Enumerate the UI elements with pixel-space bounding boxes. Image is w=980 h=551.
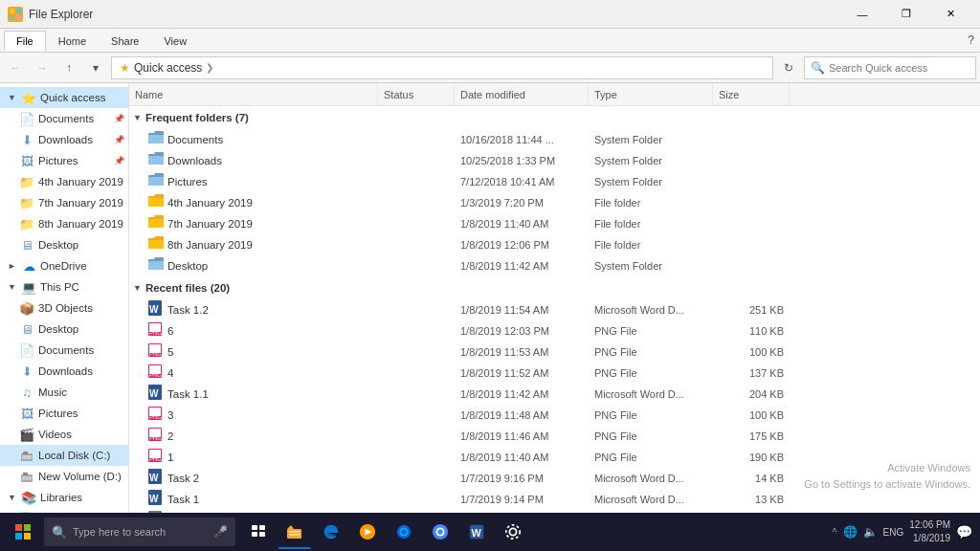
taskbar: 🔍 Type here to search 🎤	[0, 513, 980, 551]
sidebar-item-3dobjects[interactable]: 📦 3D Objects	[0, 298, 128, 319]
back-button[interactable]: ←	[4, 56, 27, 79]
sidebar-item-videos[interactable]: 🎬 Videos	[0, 424, 128, 445]
tab-share[interactable]: Share	[99, 31, 151, 52]
svg-text:PNG: PNG	[149, 414, 162, 420]
word-taskbar-button[interactable]: W	[459, 515, 494, 549]
taskbar-search[interactable]: 🔍 Type here to search 🎤	[44, 518, 235, 546]
table-row[interactable]: PNG 5 1/8/2019 11:53 AM PNG File 100 KB	[129, 342, 980, 363]
sidebar-item-pictures-pc[interactable]: 🖼 Pictures	[0, 403, 128, 424]
taskbar-up-arrow[interactable]: ^	[833, 527, 837, 538]
sidebar-item-jan8[interactable]: 📁 8th January 2019	[0, 213, 128, 234]
edge-taskbar-button[interactable]	[314, 515, 348, 549]
start-button[interactable]	[4, 515, 42, 549]
table-row[interactable]: PNG 6 1/8/2019 12:03 PM PNG File 110 KB	[129, 320, 980, 342]
taskbar-search-text: Type here to search	[73, 526, 166, 538]
sidebar-item-documents-pc[interactable]: 📄 Documents	[0, 340, 128, 361]
onedrive-chevron-icon: ►	[8, 261, 17, 271]
thispc-chevron-icon: ▼	[8, 282, 17, 292]
search-icon: 🔍	[811, 61, 825, 75]
file-icon	[148, 215, 164, 231]
svg-text:W: W	[149, 388, 159, 399]
recent-chevron-icon: ▼	[133, 283, 142, 293]
sidebar-item-newd[interactable]: New Volume (D:)	[0, 466, 128, 487]
sidebar-item-pictures[interactable]: 🖼 Pictures 📌	[0, 150, 128, 171]
restore-button[interactable]: ❐	[884, 0, 928, 29]
svg-text:W: W	[149, 494, 159, 504]
taskbar-clock[interactable]: 12:06 PM 1/8/2019	[909, 518, 950, 545]
table-row[interactable]: 7th January 2019 1/8/2019 11:40 AM File …	[129, 213, 980, 234]
sidebar-item-thispc[interactable]: ▼ 💻 This PC	[0, 276, 128, 298]
col-header-size[interactable]: Size	[713, 83, 790, 105]
ribbon: File Home Share View ?	[0, 29, 980, 53]
help-icon[interactable]: ?	[968, 33, 974, 47]
firefox-taskbar-button[interactable]	[387, 515, 421, 549]
table-row[interactable]: PNG 1 1/8/2019 11:40 AM PNG File 190 KB	[129, 447, 980, 468]
sidebar-item-onedrive[interactable]: ► ☁ OneDrive	[0, 255, 128, 276]
sidebar-item-music[interactable]: ♫ Music	[0, 382, 128, 403]
col-header-name[interactable]: Name	[129, 83, 378, 105]
taskbar-network-icon[interactable]: 🌐	[843, 525, 858, 539]
settings-taskbar-button[interactable]	[496, 515, 530, 549]
table-row[interactable]: W Task 1.2 1/8/2019 11:54 AM Microsoft W…	[129, 299, 980, 320]
taskview-button[interactable]	[241, 515, 276, 549]
table-row[interactable]: 8th January 2019 1/8/2019 12:06 PM File …	[129, 234, 980, 255]
search-input[interactable]	[829, 62, 969, 74]
search-box[interactable]: 🔍	[804, 56, 976, 79]
sidebar-item-downloads[interactable]: ⬇ Downloads 📌	[0, 129, 128, 150]
notifications-icon[interactable]: 💬	[956, 524, 972, 540]
table-row[interactable]: PNG 2 1/8/2019 11:46 AM PNG File 175 KB	[129, 426, 980, 447]
svg-rect-71	[289, 531, 300, 533]
file-date: 10/25/2018 1:33 PM	[455, 155, 589, 166]
file-name: 1	[167, 452, 173, 463]
file-icon	[148, 194, 164, 210]
table-row[interactable]: Pictures 7/12/2018 10:41 AM System Folde…	[129, 171, 980, 192]
recent-locations-button[interactable]: ▾	[84, 56, 107, 79]
col-header-date[interactable]: Date modified	[455, 83, 589, 105]
folder-jan8-icon: 📁	[19, 216, 34, 231]
refresh-button[interactable]: ↻	[777, 56, 800, 79]
file-type: Microsoft Word D...	[589, 304, 713, 316]
tab-home[interactable]: Home	[46, 31, 99, 52]
sidebar-item-libraries[interactable]: ▼ 📚 Libraries	[0, 487, 128, 508]
taskbar-lang[interactable]: ENG	[883, 527, 904, 538]
sidebar-item-desktop-pc[interactable]: 🖥 Desktop	[0, 319, 128, 340]
sidebar-item-localc[interactable]: Local Disk (C:)	[0, 445, 128, 466]
tab-view[interactable]: View	[151, 31, 199, 52]
tab-file[interactable]: File	[4, 31, 46, 52]
col-header-status[interactable]: Status	[378, 83, 455, 105]
table-row[interactable]: 4th January 2019 1/3/2019 7:20 PM File f…	[129, 192, 980, 213]
forward-button[interactable]: →	[31, 56, 54, 79]
section-recent[interactable]: ▼ Recent files (20)	[129, 276, 980, 299]
up-button[interactable]: ↑	[57, 56, 80, 79]
section-frequent[interactable]: ▼ Frequent folders (7)	[129, 106, 980, 129]
table-row[interactable]: Downloads 10/25/2018 1:33 PM System Fold…	[129, 150, 980, 171]
downloads-icon: ⬇	[19, 132, 34, 147]
minimize-button[interactable]: —	[840, 0, 884, 29]
chrome-taskbar-button[interactable]	[423, 515, 457, 549]
sidebar-item-downloads-pc[interactable]: ⬇ Downloads	[0, 361, 128, 382]
sidebar-item-quick-access[interactable]: ▼ ⭐ Quick access	[0, 87, 128, 108]
sidebar-item-documents[interactable]: 📄 Documents 📌	[0, 108, 128, 129]
section-frequent-label: Frequent folders (7)	[145, 112, 249, 123]
table-row[interactable]: W Task 1.1 1/8/2019 11:42 AM Microsoft W…	[129, 384, 980, 405]
col-header-type[interactable]: Type	[589, 83, 713, 105]
table-row[interactable]: W Task 1 1/7/2019 9:14 PM Microsoft Word…	[129, 489, 980, 510]
downloads-pc-icon: ⬇	[19, 364, 34, 379]
sidebar-item-jan4[interactable]: 📁 4th January 2019	[0, 171, 128, 192]
table-row[interactable]: PNG 4 1/8/2019 11:52 AM PNG File 137 KB	[129, 363, 980, 384]
svg-rect-8	[23, 473, 28, 475]
table-row[interactable]: Documents 10/16/2018 11:44 ... System Fo…	[129, 129, 980, 150]
pin-icon3: 📌	[114, 156, 124, 165]
vlc-taskbar-button[interactable]	[350, 515, 385, 549]
fileexplorer-taskbar-button[interactable]	[278, 515, 312, 549]
address-path[interactable]: ★ Quick access ❯	[111, 56, 773, 79]
taskbar-speaker-icon[interactable]: 🔈	[863, 525, 878, 539]
close-button[interactable]: ✕	[928, 0, 972, 29]
sidebar-item-desktop-qa[interactable]: 🖥 Desktop	[0, 234, 128, 255]
folder-jan4-icon: 📁	[19, 174, 34, 189]
table-row[interactable]: PNG 3 1/8/2019 11:48 AM PNG File 100 KB	[129, 405, 980, 426]
sidebar-item-jan7[interactable]: 📁 7th January 2019	[0, 192, 128, 213]
title-controls: — ❐ ✕	[840, 0, 972, 29]
table-row[interactable]: W Task 2 1/7/2019 9:16 PM Microsoft Word…	[129, 468, 980, 489]
table-row[interactable]: Desktop 1/8/2019 11:42 AM System Folder	[129, 255, 980, 276]
